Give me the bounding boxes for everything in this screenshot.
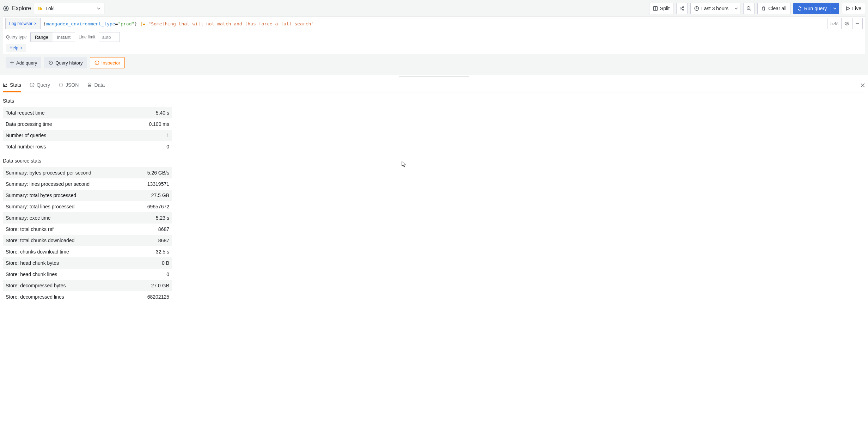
- stat-value: 0: [166, 271, 169, 277]
- live-label: Live: [852, 6, 861, 11]
- help-button[interactable]: Help: [6, 44, 26, 52]
- query-code-input[interactable]: {mangadex_environment_type="prod"} |= "S…: [40, 18, 827, 29]
- stat-row: Data processing time0.100 ms: [3, 118, 172, 130]
- line-limit-input[interactable]: [99, 32, 120, 42]
- svg-point-10: [683, 9, 684, 11]
- tab-query[interactable]: Query: [30, 82, 50, 92]
- chevron-right-icon: [20, 47, 23, 49]
- chart-icon: [3, 82, 8, 87]
- stat-row: Store: total chunks downloaded8687: [3, 235, 172, 246]
- svg-point-27: [32, 84, 32, 84]
- stat-row: Store: head chunk lines0: [3, 269, 172, 280]
- eye-icon: [844, 21, 849, 26]
- time-range-label: Last 3 hours: [701, 6, 728, 11]
- svg-line-11: [681, 7, 683, 8]
- stat-value: 0 B: [162, 260, 169, 266]
- query-type-range[interactable]: Range: [31, 32, 53, 42]
- tab-stats[interactable]: Stats: [3, 82, 21, 92]
- query-value-token: "prod": [118, 21, 134, 26]
- trash-icon: [761, 6, 766, 11]
- query-label-token: mangadex_environment_type: [46, 21, 115, 26]
- share-icon: [679, 6, 684, 11]
- split-button[interactable]: Split: [649, 3, 673, 14]
- inspector-panel: Stats Query JSON Data Stats To: [0, 77, 868, 310]
- chevron-down-icon: [734, 7, 738, 10]
- toggle-query-button[interactable]: [842, 18, 852, 29]
- run-query-button[interactable]: Run query: [793, 3, 831, 14]
- page-title: Explore: [12, 5, 31, 12]
- run-query-caret[interactable]: [831, 3, 839, 14]
- chevron-right-icon: [34, 22, 37, 25]
- svg-point-28: [88, 83, 91, 84]
- minus-icon: [855, 22, 860, 26]
- svg-point-18: [846, 23, 848, 24]
- svg-rect-3: [38, 7, 39, 10]
- svg-rect-4: [40, 7, 41, 10]
- query-editor-panel: Log browser {mangadex_environment_type="…: [3, 16, 865, 54]
- tab-query-label: Query: [37, 82, 50, 88]
- inspector-tabs: Stats Query JSON Data: [3, 79, 865, 92]
- live-button[interactable]: Live: [842, 3, 865, 14]
- query-type-label: Query type: [6, 35, 27, 39]
- stat-label: Data processing time: [6, 121, 52, 127]
- info-icon: [30, 82, 35, 87]
- explore-toolbar: Explore Loki Split: [3, 2, 865, 16]
- ds-stats-table: Summary: bytes processed per second5.26 …: [3, 167, 172, 302]
- stat-label: Store: decompressed lines: [6, 294, 64, 300]
- history-icon: [48, 60, 53, 65]
- stat-label: Store: head chunk bytes: [6, 260, 59, 266]
- stat-value: 5.40 s: [156, 110, 169, 116]
- remove-query-button[interactable]: [852, 18, 863, 29]
- ds-stats-heading: Data source stats: [3, 158, 865, 164]
- run-query-group: Run query: [793, 3, 839, 14]
- sync-icon: [797, 6, 802, 11]
- svg-rect-5: [41, 8, 42, 10]
- line-limit-label: Line limit: [79, 35, 95, 39]
- help-label: Help: [10, 45, 18, 50]
- svg-line-15: [750, 10, 751, 11]
- query-type-instant[interactable]: Instant: [53, 32, 75, 42]
- datasource-picker[interactable]: Loki: [34, 3, 104, 14]
- svg-point-9: [683, 7, 684, 8]
- stat-label: Store: total chunks downloaded: [6, 238, 74, 243]
- database-icon: [87, 82, 92, 87]
- stat-row: Summary: lines processed per second13319…: [3, 178, 172, 190]
- stat-row: Store: decompressed bytes27.0 GB: [3, 280, 172, 291]
- clock-icon: [694, 6, 699, 11]
- zoom-out-icon: [746, 6, 751, 11]
- tab-data[interactable]: Data: [87, 82, 105, 92]
- stat-label: Summary: total lines processed: [6, 204, 74, 209]
- stat-value: 27.5 GB: [151, 192, 169, 198]
- stat-label: Summary: lines processed per second: [6, 181, 90, 187]
- stats-table: Total request time5.40 sData processing …: [3, 107, 172, 152]
- stat-label: Summary: bytes processed per second: [6, 170, 91, 176]
- stat-value: 1: [166, 133, 169, 138]
- stat-value: 32.5 s: [156, 249, 169, 255]
- stat-value: 68202125: [147, 294, 169, 300]
- clear-all-button[interactable]: Clear all: [757, 3, 790, 14]
- stat-label: Store: head chunk lines: [6, 271, 57, 277]
- tab-data-label: Data: [94, 82, 105, 88]
- add-query-button[interactable]: Add query: [6, 57, 41, 68]
- stat-row: Summary: total lines processed69657672: [3, 201, 172, 212]
- info-icon: [94, 60, 99, 65]
- play-icon: [846, 6, 850, 11]
- time-range-caret[interactable]: [732, 3, 740, 14]
- add-query-label: Add query: [16, 60, 37, 66]
- tab-json[interactable]: JSON: [59, 82, 79, 92]
- inspector-button[interactable]: Inspector: [90, 57, 125, 68]
- share-button[interactable]: [676, 3, 687, 14]
- zoom-out-button[interactable]: [743, 3, 754, 14]
- inspector-label: Inspector: [102, 60, 120, 66]
- query-history-button[interactable]: Query history: [44, 57, 87, 68]
- tab-json-label: JSON: [66, 82, 79, 88]
- close-inspector-button[interactable]: [860, 83, 865, 91]
- log-browser-button[interactable]: Log browser: [5, 18, 40, 29]
- stat-row: Store: chunks download time32.5 s: [3, 246, 172, 257]
- split-label: Split: [660, 6, 670, 11]
- stat-label: Summary: total bytes processed: [6, 192, 76, 198]
- log-browser-label: Log browser: [9, 21, 32, 26]
- svg-point-24: [97, 62, 97, 62]
- stat-row: Total number rows0: [3, 141, 172, 152]
- time-range-button[interactable]: Last 3 hours: [690, 3, 732, 14]
